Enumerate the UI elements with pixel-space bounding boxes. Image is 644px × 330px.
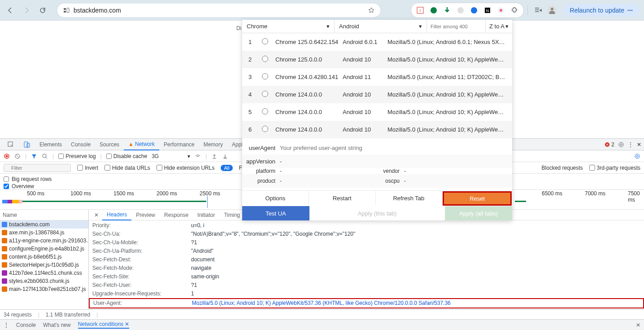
filter-input[interactable] xyxy=(427,20,485,33)
tab-sources[interactable]: Sources xyxy=(95,139,124,150)
hide-data-urls-checkbox[interactable] xyxy=(104,165,110,171)
name-header[interactable]: Name xyxy=(0,210,88,220)
third-party-checkbox[interactable] xyxy=(589,165,595,171)
extensions-icon[interactable] xyxy=(508,4,521,17)
overview-checkbox[interactable] xyxy=(4,184,9,189)
address-bar[interactable]: bstackdemo.com xyxy=(57,4,380,17)
close-detail-icon[interactable]: ✕ xyxy=(91,212,102,218)
throttle-select[interactable]: 3G▾ xyxy=(152,153,190,159)
bookmark-icon[interactable] xyxy=(368,7,375,14)
timeline-label: 1500 ms xyxy=(113,190,134,197)
chevron-down-icon: ▾ xyxy=(326,23,330,30)
apply-all-tabs-button[interactable]: Apply (all tabs) xyxy=(445,206,512,220)
drawer-close-icon[interactable]: ✕ xyxy=(636,322,640,328)
svg-rect-32 xyxy=(2,246,7,251)
ua-row[interactable]: 6Chrome 124.0.0.0Android 10Mozilla/5.0 (… xyxy=(242,121,512,138)
svg-point-13 xyxy=(551,8,553,10)
tab-console[interactable]: Console xyxy=(66,139,95,150)
ua-row[interactable]: 1Chrome 125.0.6422.154Android 6.0.1Mozil… xyxy=(242,33,512,51)
request-item[interactable]: axe.min.js-13867884.js xyxy=(0,229,88,237)
ua-row[interactable]: 2Chrome 125.0.0.0Android 10Mozilla/5.0 (… xyxy=(242,51,512,68)
error-indicator[interactable]: 2 xyxy=(605,141,614,148)
request-item[interactable]: 412b7dee.11f4ec51.chunk.css xyxy=(0,269,88,277)
settings-icon[interactable] xyxy=(618,141,624,148)
ua-row[interactable]: 5Chrome 124.0.0.0Android 10Mozilla/5.0 (… xyxy=(242,103,512,121)
tab-memory[interactable]: Memory xyxy=(199,139,227,150)
tab-elements[interactable]: Elements xyxy=(35,139,66,150)
sort-select[interactable]: Z to A▾ xyxy=(485,20,512,33)
options-button[interactable]: Options xyxy=(242,191,309,205)
clear-icon[interactable] xyxy=(14,153,21,159)
invert-checkbox[interactable] xyxy=(77,165,83,171)
site-info-icon[interactable] xyxy=(63,7,70,14)
drawer-whats-new[interactable]: What's new xyxy=(43,322,71,328)
detail-tab-initiator[interactable]: Initiator xyxy=(193,210,219,220)
device-icon[interactable] xyxy=(19,139,35,150)
request-item[interactable]: content.js-b8eb6f51.js xyxy=(0,253,88,261)
refresh-tab-button[interactable]: Refresh Tab xyxy=(376,191,443,205)
ext-icon-2[interactable] xyxy=(427,4,440,17)
search-icon[interactable] xyxy=(42,153,48,159)
forward-button[interactable] xyxy=(21,4,32,16)
svg-text:!: ! xyxy=(419,9,421,13)
svg-rect-19 xyxy=(27,143,30,147)
more-icon[interactable]: ⋮ xyxy=(628,141,633,148)
request-item[interactable]: styles.e2bb0603.chunk.js xyxy=(0,277,88,285)
hide-ext-urls-checkbox[interactable] xyxy=(157,165,162,171)
media-icon[interactable] xyxy=(531,4,544,17)
ext-icon-5[interactable] xyxy=(468,4,480,17)
drawer-console[interactable]: Console xyxy=(16,322,36,328)
oscpu-val: - xyxy=(404,178,406,184)
test-ua-button[interactable]: Test UA xyxy=(242,206,309,220)
drawer-network-conditions[interactable]: Network conditions ✕ xyxy=(78,321,130,329)
big-rows-checkbox[interactable] xyxy=(4,176,9,182)
ext-icon-4[interactable] xyxy=(454,4,467,17)
di-label: Di xyxy=(236,25,241,31)
ext-icon-1[interactable]: ! xyxy=(414,4,426,17)
close-devtools-icon[interactable]: ✕ xyxy=(637,141,641,148)
upload-icon[interactable] xyxy=(211,153,218,159)
filter-text-input[interactable] xyxy=(4,164,71,172)
restart-button[interactable]: Restart xyxy=(309,191,376,205)
tab-performance[interactable]: Performance xyxy=(159,139,199,150)
reset-button[interactable]: Reset xyxy=(443,191,512,206)
ext-icon-7[interactable] xyxy=(495,4,507,17)
ext-icon-6[interactable]: N xyxy=(481,4,494,17)
wifi-icon[interactable] xyxy=(195,153,201,159)
request-item[interactable]: a11y-engine-core.min.js-291603… xyxy=(0,237,88,245)
detail-tab-headers[interactable]: Headers xyxy=(102,210,131,220)
apply-this-tab-button[interactable]: Apply (this tab) xyxy=(309,206,445,220)
ua-input[interactable] xyxy=(280,145,414,151)
request-item[interactable]: configureEngine.js-e4a8b1b2.js xyxy=(0,245,88,253)
ua-row[interactable]: 4Chrome 124.0.0.0Android 10Mozilla/5.0 (… xyxy=(242,86,512,103)
ext-icon-3[interactable] xyxy=(441,4,453,17)
inspect-icon[interactable] xyxy=(3,139,19,150)
record-icon[interactable] xyxy=(4,153,10,159)
preserve-log-checkbox[interactable] xyxy=(58,154,64,159)
filter-all[interactable]: All xyxy=(221,165,232,171)
request-item[interactable]: main-127f4130b7ee8251cb07.js xyxy=(0,285,88,293)
relaunch-button[interactable]: Relaunch to update xyxy=(564,4,640,17)
network-settings-icon[interactable] xyxy=(634,153,640,159)
disable-cache-checkbox[interactable] xyxy=(106,154,112,159)
filter-toggle-icon[interactable] xyxy=(31,153,37,159)
request-item[interactable]: bstackdemo.com xyxy=(0,220,88,229)
drawer-more-icon[interactable]: ⋮ xyxy=(4,322,9,328)
svg-rect-18 xyxy=(24,142,28,147)
request-item[interactable]: SelectorHelper.js-f10c95d0.js xyxy=(0,261,88,269)
browser-select[interactable]: Chrome▾ xyxy=(242,20,335,33)
reload-button[interactable] xyxy=(37,4,48,16)
svg-point-28 xyxy=(636,155,638,157)
svg-rect-36 xyxy=(2,278,7,284)
profile-icon[interactable] xyxy=(546,4,558,17)
os-select[interactable]: Android▾ xyxy=(335,20,427,33)
back-button[interactable] xyxy=(4,4,16,16)
download-icon[interactable] xyxy=(222,153,228,159)
detail-tab-timing[interactable]: Timing xyxy=(219,210,244,220)
svg-point-15 xyxy=(630,9,631,11)
ua-row[interactable]: 3Chrome 124.0.4280.141Android 11Mozilla/… xyxy=(242,68,512,86)
vendor-val: - xyxy=(404,168,406,174)
detail-tab-preview[interactable]: Preview xyxy=(131,210,160,220)
tab-network[interactable]: ▲Network xyxy=(124,139,159,150)
detail-tab-response[interactable]: Response xyxy=(160,210,193,220)
